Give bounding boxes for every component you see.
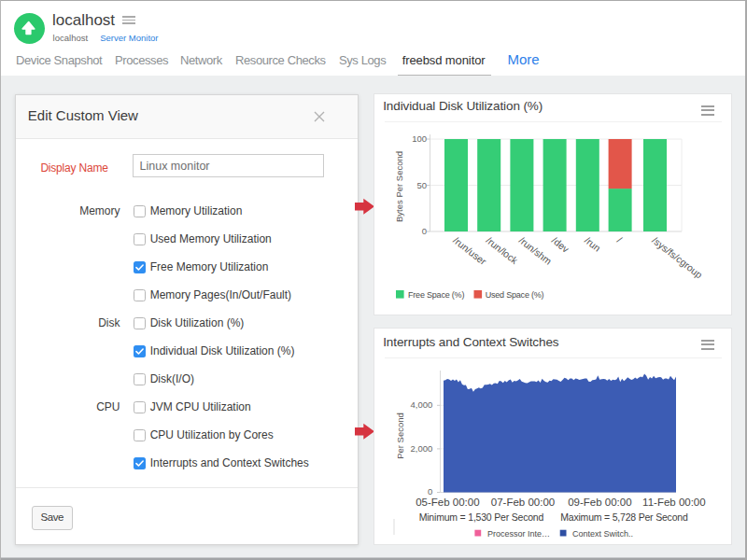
svg-text:07-Feb 00:00: 07-Feb 00:00: [491, 497, 555, 508]
svg-text:Bytes Per Second: Bytes Per Second: [394, 151, 404, 222]
svg-text:/run: /run: [583, 234, 603, 254]
svg-text:4,000: 4,000: [411, 399, 433, 410]
svg-text:0: 0: [428, 486, 432, 497]
svg-text:09-Feb 00:00: 09-Feb 00:00: [568, 497, 631, 508]
svg-text:05-Feb 00:00: 05-Feb 00:00: [416, 497, 479, 508]
svg-text:/run/lock: /run/lock: [484, 234, 520, 266]
svg-text:100: 100: [412, 133, 427, 144]
svg-text:Used Space (%): Used Space (%): [486, 290, 544, 300]
svg-text:2,000: 2,000: [411, 443, 433, 454]
svg-text:Maximum = 5,728 Per Second: Maximum = 5,728 Per Second: [560, 511, 688, 523]
svg-text:11-Feb 00:00: 11-Feb 00:00: [642, 497, 706, 508]
svg-text:/dev: /dev: [550, 234, 572, 255]
svg-text:50: 50: [416, 180, 427, 190]
svg-text:0: 0: [422, 226, 427, 236]
svg-text:/: /: [615, 234, 625, 245]
svg-text:Processor Inte…: Processor Inte…: [487, 529, 550, 539]
svg-text:Minimum = 1,530 Per Second: Minimum = 1,530 Per Second: [419, 511, 544, 523]
svg-text:Free Space (%): Free Space (%): [408, 290, 464, 300]
svg-text:/sys/fs/cgroup: /sys/fs/cgroup: [650, 234, 705, 280]
svg-text:/run/user: /run/user: [451, 234, 488, 267]
svg-text:Context Switch..: Context Switch..: [572, 529, 633, 539]
svg-text:/run/shm: /run/shm: [517, 234, 555, 267]
svg-text:Per Second: Per Second: [395, 413, 405, 459]
